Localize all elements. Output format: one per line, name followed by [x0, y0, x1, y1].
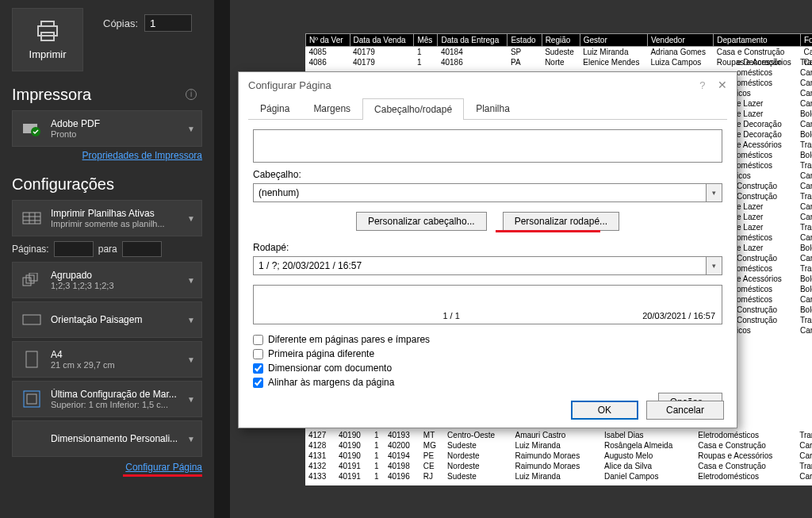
dialog-help-icon[interactable]: ? [699, 79, 705, 91]
print-what-line1: Imprimir Planilhas Ativas [51, 208, 182, 219]
info-icon[interactable]: i [186, 89, 197, 100]
tab-sheet[interactable]: Planilha [464, 98, 522, 119]
tab-margins[interactable]: Margens [301, 98, 362, 119]
chevron-down-icon: ▼ [187, 316, 195, 324]
table-row: omésticosCarta [733, 294, 812, 305]
pages-to-label: para [98, 244, 117, 255]
custom-header-button[interactable]: Personalizar cabeçalho... [356, 212, 487, 231]
table-row: e AcessóriosTran [733, 140, 812, 150]
close-icon[interactable]: ✕ [718, 79, 727, 91]
printer-dropdown[interactable]: Adobe PDF Pronto ▼ [12, 110, 202, 147]
scale-doc-checkbox[interactable] [253, 363, 263, 374]
print-button-label: Imprimir [29, 48, 67, 60]
table-row: omésticosTran [733, 263, 812, 274]
table-header: Departamento [714, 34, 801, 47]
table-row: 413140190140194PENordesteRaimundo Moraes… [305, 451, 812, 461]
table-row: icosCarta [733, 88, 812, 98]
header-label: Cabeçalho: [253, 169, 722, 180]
margins-dropdown[interactable]: Última Configuração de Mar... Superior: … [12, 381, 202, 417]
table-row: e LazerCarta [733, 201, 812, 212]
orientation-dropdown[interactable]: Orientação Paisagem ▼ [12, 301, 202, 338]
tab-page[interactable]: Página [248, 98, 301, 119]
table-row: 408540179140184SPSudesteLuiz MirandaAdri… [306, 47, 813, 58]
print-what-dropdown[interactable]: Imprimir Planilhas Ativas Imprimir somen… [12, 200, 202, 236]
table-row: e AcessóriosBole [733, 274, 812, 284]
table-row: e LazerBole [733, 109, 812, 119]
page-setup-link[interactable]: Configurar Página [125, 462, 202, 473]
collate-dropdown[interactable]: Agrupado 1;2;3 1;2;3 1;2;3 ▼ [12, 262, 202, 298]
page-setup-dialog: Configurar Página ? ✕ Página Margens Cab… [238, 71, 737, 428]
table-row: e LazerCarta [733, 98, 812, 109]
chevron-down-icon: ▼ [187, 214, 195, 223]
table-row: omésticosCarta [733, 232, 812, 243]
table-header: Mês [414, 34, 438, 47]
table-header: Região [542, 34, 580, 47]
annotation-underline [123, 474, 202, 477]
ok-button[interactable]: OK [571, 401, 638, 420]
dialog-title-text: Configurar Página [248, 79, 331, 91]
table-row: 413340191140196RJSudesteLuiz MirandaDani… [305, 471, 812, 482]
scaling-dropdown[interactable]: Dimensionamento Personali... ▼ [12, 420, 202, 457]
table-row: 413240191140198CENordesteRaimundo Moraes… [305, 461, 812, 471]
cancel-button[interactable]: Cancelar [646, 401, 724, 420]
bottom-rows: 412740190140193MTCentro-OesteAmauri Cast… [305, 430, 812, 482]
diff-odd-even-checkbox[interactable] [253, 335, 263, 345]
print-button[interactable]: Imprimir [12, 8, 83, 71]
svg-rect-15 [24, 391, 40, 407]
pages-to-input[interactable] [122, 241, 162, 257]
diff-odd-even-label: Diferente em páginas pares e ímpares [268, 334, 430, 345]
margins-line1: Última Configuração de Mar... [51, 389, 182, 400]
collate-icon [19, 267, 44, 293]
footer-preview: 1 / 1 20/03/2021 / 16:57 [253, 285, 722, 324]
footer-select-arrow[interactable]: ▾ [707, 256, 722, 275]
table-row: ConstruçãoCarta [733, 253, 812, 263]
printer-name: Adobe PDF [51, 118, 182, 129]
svg-rect-13 [23, 315, 40, 324]
diff-first-checkbox[interactable] [253, 349, 263, 359]
table-header: Nº da Ver [306, 34, 350, 47]
table-row: 412740190140193MTCentro-OesteAmauri Cast… [305, 430, 812, 440]
table-row: e DecoraçãoBole [733, 129, 812, 140]
table-row: ConstruçãoCarta [733, 181, 812, 191]
printer-icon [34, 20, 61, 42]
printer-section-title: Impressora [12, 86, 202, 104]
custom-footer-button[interactable]: Personalizar rodapé... [503, 212, 619, 231]
landscape-icon [19, 307, 44, 332]
tab-header-footer[interactable]: Cabeçalho/rodapé [362, 98, 464, 120]
pages-from-input[interactable] [54, 241, 94, 257]
table-row: ConstruçãoTran [733, 315, 812, 325]
footer-select[interactable]: 1 / ?; 20/03/2021 / 16:57 [253, 256, 707, 275]
table-row: 412840190140200MGSudesteLuiz MirandaRosâ… [305, 440, 812, 451]
align-margins-checkbox[interactable] [253, 378, 263, 388]
diff-first-label: Primeira página diferente [268, 348, 374, 359]
header-select-arrow[interactable]: ▾ [707, 183, 722, 202]
margins-line2: Superior: 1 cm Inferior: 1,5 c... [51, 400, 182, 409]
table-row: icosCarta [733, 325, 812, 336]
paper-line2: 21 cm x 29,7 cm [51, 360, 182, 370]
dialog-body: Cabeçalho: (nenhum) ▾ Personalizar cabeç… [239, 120, 737, 421]
table-row: e DecoraçãoCarta [733, 119, 812, 129]
orientation-line1: Orientação Paisagem [51, 314, 182, 325]
chevron-down-icon: ▼ [187, 125, 195, 133]
copies-input[interactable] [144, 14, 192, 32]
scale-doc-label: Dimensionar com documento [268, 363, 392, 374]
margins-icon [19, 386, 44, 412]
print-backstage-panel: Imprimir Cópias: Impressora i Adobe PDF … [0, 0, 214, 518]
footer-label: Rodapé: [253, 242, 722, 253]
printer-properties-link[interactable]: Propriedades de Impressora [82, 150, 202, 161]
table-row: e LazerCarta [733, 212, 812, 222]
paper-line1: A4 [51, 349, 182, 360]
table-row: omésticosCarta [733, 78, 812, 88]
chevron-down-icon: ▼ [187, 395, 195, 404]
paper-dropdown[interactable]: A4 21 cm x 29,7 cm ▼ [12, 341, 202, 378]
header-select[interactable]: (nenhum) [253, 183, 707, 202]
svg-rect-14 [26, 351, 37, 367]
table-row: omésticosCarta [733, 67, 812, 78]
paper-icon [19, 347, 44, 372]
pages-label: Páginas: [12, 244, 49, 255]
svg-rect-11 [26, 275, 34, 283]
table-header: Vendedor [647, 34, 713, 47]
collate-line2: 1;2;3 1;2;3 1;2;3 [51, 281, 182, 290]
chevron-down-icon: ▼ [187, 355, 195, 364]
settings-section-title: Configurações [12, 175, 202, 194]
